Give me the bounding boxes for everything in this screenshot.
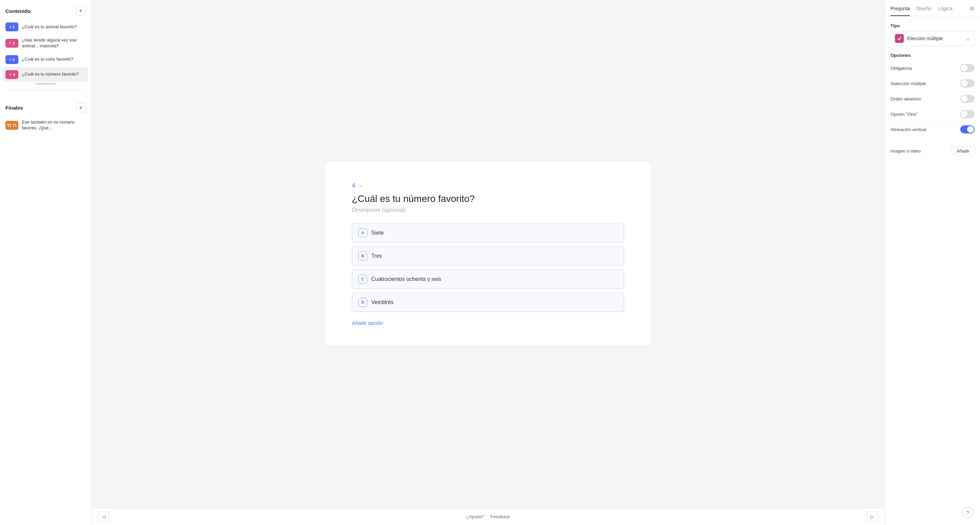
choice-text-b: Tres: [371, 253, 382, 259]
feedback-link[interactable]: Feedback: [490, 514, 510, 519]
question-card: 4 → ¿Cuál es tu número favorito? Descrip…: [325, 162, 651, 346]
question-editor: 4 → ¿Cuál es tu número favorito? Descrip…: [91, 0, 885, 508]
sidebar-item-2[interactable]: ✓ 2 ¿Has tenido alguna vez ese animal...…: [3, 35, 88, 52]
sidebar-item-text-2: ¿Has tenido alguna vez ese animal... mas…: [22, 37, 86, 49]
option-row-orden: Orden aleatorio: [891, 91, 975, 107]
collapse-right-icon: ▷: [870, 514, 874, 520]
tab-logica[interactable]: Lógica: [938, 0, 952, 16]
bottom-bar: ◁ ¿Ayuda? Feedback ▷: [91, 508, 885, 525]
option-label-orden: Orden aleatorio: [891, 96, 921, 101]
question-header: 4 →: [352, 182, 624, 189]
question-number: 4 →: [352, 182, 363, 189]
toggle-seleccion[interactable]: [960, 79, 975, 88]
type-check-icon: [895, 34, 904, 43]
item-badge-1: ≡ 1: [5, 22, 18, 31]
badge-icon-3: ≡: [9, 57, 11, 62]
tab-pregunta[interactable]: Pregunta: [891, 0, 910, 16]
type-section: Tipo Elección múltiple ⌄: [891, 23, 975, 46]
choice-options: A Siete B Tres C Cuatrocientos ochenta y…: [352, 223, 624, 312]
options-section: Opciones Obligatoria Selección múltiple …: [891, 53, 975, 137]
question-description[interactable]: Descripción (opcional): [352, 207, 624, 213]
item-badge-4: ✓ 4: [5, 70, 18, 79]
sidebar-finals-section: Finales + ¶¶ T1 Ese también es mi número…: [0, 97, 91, 134]
choice-option-c[interactable]: C Cuatrocientos ochenta y seis: [352, 270, 624, 289]
sidebar: Contenido + ≡ 1 ¿Cuál es tu animal favor…: [0, 0, 91, 525]
panel-tabs: Pregunta Diseño Lógica ⚙: [885, 0, 980, 16]
type-selector[interactable]: Elección múltiple ⌄: [891, 31, 975, 46]
option-row-seleccion: Selección múltiple: [891, 76, 975, 91]
sidebar-item-1[interactable]: ≡ 1 ¿Cuál es tu animal favorito?: [3, 20, 88, 34]
panel-body: Tipo Elección múltiple ⌄ Opciones Obliga…: [885, 16, 980, 163]
sidebar-item-3[interactable]: ≡ 3 ¿Cuál es tu color favorito?: [3, 53, 88, 67]
badge-icon-4: ✓: [9, 72, 12, 77]
sidebar-item-text-3: ¿Cuál es tu color favorito?: [22, 56, 73, 62]
sidebar-header: Contenido +: [0, 0, 91, 20]
badge-number-2: 2: [13, 41, 15, 45]
type-name: Elección múltiple: [907, 36, 966, 41]
scroll-indicator: [0, 82, 91, 86]
sidebar-item-4[interactable]: ✓ 4 ¿Cuál es tu número favorito?: [3, 67, 88, 82]
sidebar-divider: [5, 90, 86, 90]
question-title[interactable]: ¿Cuál es tu número favorito?: [352, 193, 624, 204]
main-content: 4 → ¿Cuál es tu número favorito? Descrip…: [91, 0, 885, 525]
badge-icon-2: ✓: [9, 41, 12, 45]
media-label: Imagen o video: [891, 148, 921, 153]
option-row-otra: Opción "Otra": [891, 107, 975, 122]
add-content-button[interactable]: +: [76, 6, 86, 16]
toggle-obligatoria[interactable]: [960, 64, 975, 72]
item-badge-2: ✓ 2: [5, 39, 18, 48]
option-label-otra: Opción "Otra": [891, 112, 917, 117]
media-section: Imagen o video Añadir: [891, 144, 975, 156]
toggle-orden[interactable]: [960, 95, 975, 103]
sidebar-item-text-1: ¿Cuál es tu animal favorito?: [22, 24, 77, 30]
toggle-otra[interactable]: [960, 110, 975, 118]
finals-items: ¶¶ T1 Ese también es mi número favorito.…: [0, 117, 91, 134]
tab-diseno[interactable]: Diseño: [917, 0, 932, 16]
choice-text-a: Siete: [371, 230, 383, 236]
choice-text-d: Veintitrés: [371, 299, 394, 305]
badge-icon-1: ≡: [9, 25, 11, 29]
options-label: Opciones: [891, 53, 975, 58]
choice-option-a[interactable]: A Siete: [352, 223, 624, 243]
sidebar-title: Contenido: [5, 8, 30, 14]
collapse-left-button[interactable]: ◁: [98, 511, 109, 522]
gear-icon[interactable]: ⚙: [970, 0, 975, 16]
badge-number-4: 4: [13, 72, 15, 77]
choice-option-b[interactable]: B Tres: [352, 246, 624, 266]
option-label-obligatoria: Obligatoria: [891, 66, 912, 71]
badge-number-1: 1: [13, 25, 14, 29]
collapse-left-icon: ◁: [102, 514, 105, 520]
sidebar-items-list: ≡ 1 ¿Cuál es tu animal favorito? ✓ 2 ¿Ha…: [0, 20, 91, 82]
choice-letter-b: B: [358, 252, 367, 260]
collapse-right-button[interactable]: ▷: [867, 511, 878, 522]
option-label-seleccion: Selección múltiple: [891, 81, 926, 86]
help-link[interactable]: ¿Ayuda?: [466, 514, 484, 519]
final-item-text: Ese también es mi número favorito. ¡Qué.…: [22, 120, 86, 131]
choice-letter-a: A: [358, 228, 367, 237]
finals-header: Finales +: [0, 97, 91, 117]
finals-title: Finales: [5, 105, 23, 111]
final-item-badge: ¶¶ T1: [5, 121, 18, 130]
choice-letter-c: C: [358, 275, 367, 284]
sidebar-final-item[interactable]: ¶¶ T1 Ese también es mi número favorito.…: [3, 117, 88, 134]
final-badge-text: ¶¶ T1: [7, 123, 17, 127]
scroll-bar: [35, 83, 56, 85]
checkmark-svg: [897, 36, 902, 41]
choice-text-c: Cuatrocientos ochenta y seis: [371, 276, 441, 282]
option-row-obligatoria: Obligatoria: [891, 61, 975, 76]
item-badge-3: ≡ 3: [5, 55, 18, 64]
choice-option-d[interactable]: D Veintitrés: [352, 293, 624, 312]
bottom-links: ¿Ayuda? Feedback: [466, 514, 510, 519]
toggle-alineacion[interactable]: [960, 125, 975, 134]
add-option-button[interactable]: Añadir opción: [352, 320, 383, 326]
badge-number-3: 3: [13, 57, 14, 62]
sidebar-item-text-4: ¿Cuál es tu número favorito?: [22, 72, 79, 77]
choice-letter-d: D: [358, 298, 367, 307]
add-media-button[interactable]: Añadir: [951, 147, 975, 156]
type-label: Tipo: [891, 23, 975, 28]
add-finals-button[interactable]: +: [76, 103, 86, 113]
option-label-alineacion: Alineación vertical: [891, 127, 926, 132]
chevron-down-icon: ⌄: [966, 35, 970, 42]
right-panel: Pregunta Diseño Lógica ⚙ Tipo Elección m…: [885, 0, 980, 525]
help-button[interactable]: ?: [962, 507, 973, 518]
